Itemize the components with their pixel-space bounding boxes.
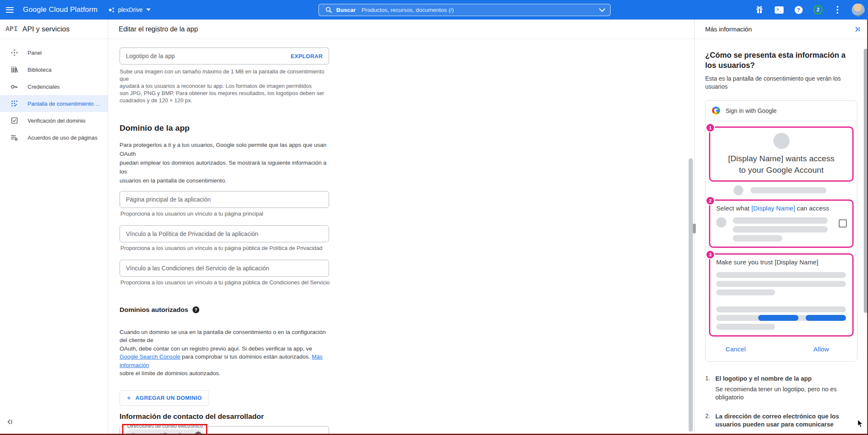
- api-logo: API: [6, 25, 18, 33]
- domain-verification-icon: [11, 117, 18, 124]
- page-title-row: Editar el registro de la app: [109, 20, 694, 39]
- page-title: Editar el registro de la app: [119, 25, 198, 33]
- page-usage-agreements-icon: [11, 134, 18, 141]
- step-badge-1: 1: [706, 124, 714, 132]
- terms-of-service-input[interactable]: [126, 265, 323, 272]
- consent-screen-preview: Sign in with Google 1 [Display Name] wan…: [705, 100, 857, 362]
- text-line-placeholder: [716, 306, 846, 312]
- scope-line-placeholder: [733, 235, 782, 241]
- sidebar-header: API API y servicios: [0, 20, 108, 39]
- text-line-placeholder: [716, 272, 846, 278]
- authorized-domains-heading: Dominios autorizados ?: [120, 306, 338, 314]
- sidebar-item-label: Credenciales: [28, 84, 60, 90]
- sidebar-item-verificacion-dominio[interactable]: Verificación del dominio: [0, 112, 108, 129]
- app-registration-form: Logotipo de la app EXPLORAR Sube una ima…: [109, 39, 338, 435]
- project-name: plexDrive: [118, 6, 142, 13]
- sidebar-item-label: Verificación del dominio: [28, 118, 86, 124]
- help-tooltip-icon[interactable]: ?: [193, 306, 199, 313]
- sidebar-item-label: Biblioteca: [28, 67, 51, 73]
- sidebar-item-label: Panel: [28, 50, 42, 56]
- terms-of-service-field[interactable]: [120, 260, 329, 277]
- homepage-helper-text: Proporciona a los usuarios un vínculo a …: [120, 210, 338, 217]
- more-options-icon[interactable]: [832, 5, 843, 15]
- account-row-skeleton: [734, 185, 854, 195]
- project-selector[interactable]: plexDrive: [109, 6, 153, 13]
- app-domain-description: Para protegerlos a ti y a tus usuarios, …: [120, 140, 334, 185]
- info-panel-body: ¿Cómo se presenta esta información a los…: [695, 39, 868, 429]
- cloud-shell-icon[interactable]: >_: [774, 5, 784, 15]
- sidebar-item-biblioteca[interactable]: Biblioteca: [0, 61, 108, 78]
- search-bar[interactable]: Buscar Productos, recursos, documentos (…: [318, 4, 611, 16]
- collapse-panel-icon[interactable]: [854, 26, 860, 32]
- homepage-field[interactable]: [120, 191, 329, 208]
- topbar-icons: >_ ? 2: [754, 0, 865, 20]
- preview-allow-button[interactable]: Allow: [813, 345, 829, 353]
- list-item: 1. El logotipo y el nombre de la app Se …: [705, 375, 857, 401]
- text-line-placeholder: [716, 281, 846, 287]
- app-avatar-placeholder: [773, 133, 790, 149]
- panel-notes: 1. El logotipo y el nombre de la app Se …: [705, 375, 857, 429]
- link-placeholder: [806, 315, 846, 321]
- add-domain-button[interactable]: + AGREGAR UN DOMINIO: [120, 390, 209, 406]
- sidebar-item-acuerdos-uso[interactable]: Acuerdos de uso de páginas: [0, 129, 108, 146]
- notifications-badge[interactable]: 2: [813, 5, 823, 15]
- scope-line-placeholder: [733, 217, 828, 224]
- homepage-input[interactable]: [126, 196, 323, 203]
- search-chevron-down-icon[interactable]: [599, 8, 605, 12]
- privacy-policy-input[interactable]: [126, 230, 323, 237]
- dashboard-icon: [11, 49, 18, 56]
- signin-header: Sign in with Google: [706, 101, 857, 121]
- hamburger-menu-icon[interactable]: [0, 0, 20, 20]
- sidebar-item-panel[interactable]: Panel: [0, 44, 108, 61]
- consent-actions: Cancel Allow: [709, 337, 854, 361]
- search-icon: [326, 7, 332, 13]
- preview-step-3: 3 Make sure you trust [Display Name]: [709, 253, 854, 337]
- app-logo-placeholder: Logotipo de la app: [126, 53, 175, 59]
- main-scrollbar[interactable]: [689, 158, 693, 432]
- avatar[interactable]: [852, 3, 865, 16]
- help-icon[interactable]: ?: [793, 5, 804, 15]
- panel-resize-handle[interactable]: [693, 224, 696, 233]
- email-addresses-label: Direcciones de correo electrónico *: [125, 423, 208, 429]
- panel-subtitle: Esta es la pantalla de consentimiento qu…: [705, 75, 857, 91]
- browse-logo-button[interactable]: EXPLORAR: [291, 53, 323, 59]
- text-line-placeholder: [716, 324, 775, 330]
- wants-access-text: [Display Name] wants access to your Goog…: [728, 153, 835, 176]
- trust-text: Make sure you trust [Display Name]: [716, 258, 847, 266]
- gift-icon[interactable]: [754, 5, 765, 15]
- terms-of-service-helper-text: Proporciona a los usuarios un vínculo a …: [120, 279, 338, 286]
- preview-step-1: 1 [Display Name] wants access to your Go…: [709, 126, 854, 182]
- link-placeholder: [758, 315, 798, 321]
- links-line-placeholder: [716, 315, 846, 321]
- google-search-console-link[interactable]: Google Search Console: [120, 354, 180, 360]
- privacy-policy-helper-text: Proporciona a los usuarios un vínculo a …: [120, 245, 338, 251]
- gcp-console: Google Cloud Platform plexDrive Buscar P…: [0, 0, 868, 435]
- sidebar-nav: Panel Biblioteca Credenciales: [0, 39, 108, 146]
- consent-screen-icon: [11, 100, 18, 107]
- list-item: 2. La dirección de correo electrónico qu…: [705, 413, 857, 429]
- user-avatar-placeholder: [734, 185, 743, 195]
- google-logo-icon: [712, 107, 720, 115]
- sidebar-item-credenciales[interactable]: Credenciales: [0, 78, 108, 95]
- scope-checkbox: [839, 219, 847, 227]
- select-access-text: Select what [Display Name] can access: [716, 205, 847, 212]
- main-content: Editar el registro de la app Logotipo de…: [109, 20, 694, 435]
- app-logo-field[interactable]: Logotipo de la app EXPLORAR: [120, 48, 329, 65]
- sidebar-title: API y servicios: [22, 25, 70, 34]
- preview-cancel-button[interactable]: Cancel: [726, 345, 746, 353]
- signin-label: Sign in with Google: [726, 107, 777, 114]
- plus-icon: +: [127, 394, 131, 402]
- sidebar: API API y servicios Panel Biblioteca C: [0, 20, 108, 435]
- collapse-sidebar-icon[interactable]: [7, 419, 14, 427]
- sidebar-item-label: Acuerdos de uso de páginas: [28, 135, 98, 141]
- info-panel-header: Más información: [695, 20, 868, 39]
- scope-line-placeholder: [733, 226, 828, 233]
- notification-count: 2: [813, 5, 823, 14]
- privacy-policy-field[interactable]: [120, 225, 329, 242]
- sidebar-item-pantalla-consentimiento[interactable]: Pantalla de consentimiento ...: [0, 95, 108, 112]
- sidebar-item-label: Pantalla de consentimiento ...: [28, 101, 100, 107]
- product-name: Google Cloud Platform: [23, 6, 98, 14]
- search-placeholder: Productos, recursos, documentos (/): [362, 7, 454, 13]
- search-label: Buscar: [336, 7, 356, 13]
- text-line-placeholder: [716, 289, 775, 295]
